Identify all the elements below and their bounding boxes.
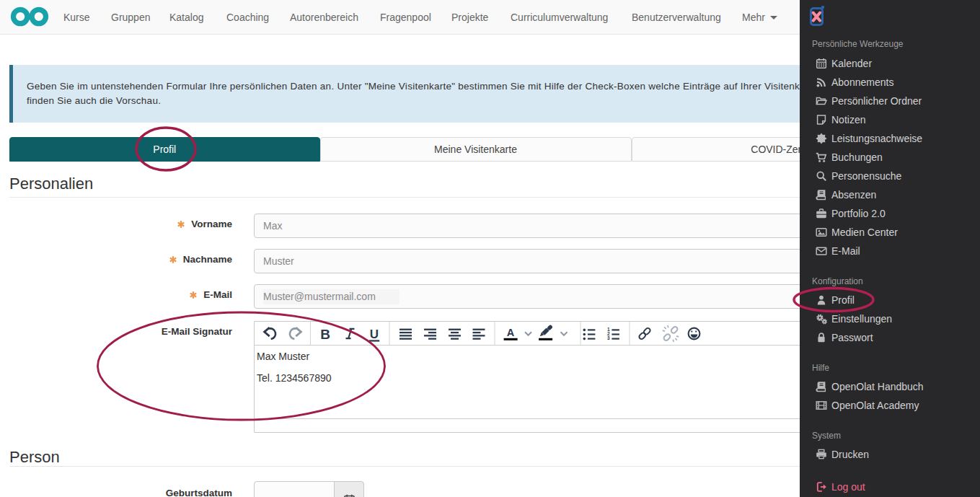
svg-text:A: A: [507, 327, 515, 338]
svg-text:U: U: [370, 327, 379, 341]
svg-text:B: B: [320, 327, 330, 342]
svg-text:3: 3: [607, 335, 610, 340]
